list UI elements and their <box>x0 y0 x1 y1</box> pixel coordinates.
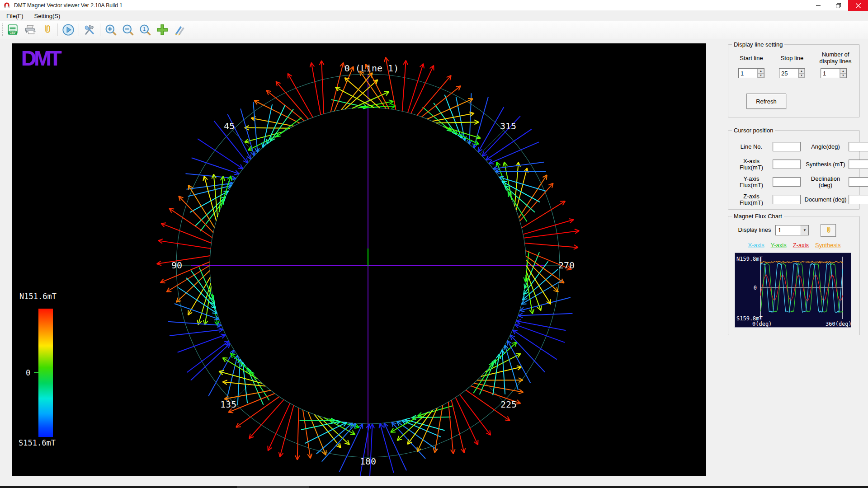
flux-vector-head <box>166 291 171 292</box>
legend-z-axis-link[interactable]: Z-axis <box>793 242 809 249</box>
refresh-button[interactable]: Refresh <box>746 94 786 109</box>
flux-vector <box>322 423 356 462</box>
legend-synthesis-link[interactable]: Synthesis <box>815 242 840 249</box>
flux-vector-head <box>519 162 520 167</box>
flux-vector <box>417 75 451 115</box>
menu-file[interactable]: File(F) <box>2 12 28 20</box>
close-button[interactable] <box>848 0 868 11</box>
declination-input[interactable] <box>849 177 868 187</box>
toolbar-separator <box>79 23 79 36</box>
restore-icon <box>836 3 841 8</box>
flux-vector <box>421 86 461 117</box>
x-axis-flux-input[interactable] <box>773 160 801 169</box>
flux-vector-head <box>288 74 288 79</box>
start-line-label: Start line <box>733 55 770 61</box>
edit-button[interactable] <box>171 22 188 38</box>
flux-vector-head <box>423 64 424 69</box>
legend-y-axis-link[interactable]: Y-axis <box>771 242 787 249</box>
flux-vector-head <box>468 99 473 99</box>
flux-vector <box>411 66 434 113</box>
print-button[interactable] <box>22 22 38 38</box>
z-axis-flux-label: Z-axis Flux(mT) <box>732 193 771 206</box>
flux-vector-head <box>228 412 233 413</box>
flux-vector-head <box>279 452 280 457</box>
spin-down-icon[interactable]: ▼ <box>798 73 805 78</box>
flux-vector-head <box>504 345 505 350</box>
angle-label-135: 135 <box>220 399 236 410</box>
tools-button[interactable] <box>81 22 98 38</box>
minimize-button[interactable] <box>808 0 828 11</box>
flux-vector <box>268 404 290 451</box>
document-label: Document (deg) <box>804 197 847 203</box>
flux-vector-head <box>405 418 410 419</box>
flux-vector-head <box>238 355 239 360</box>
close-icon <box>856 3 861 8</box>
y-axis-flux-input[interactable] <box>773 177 801 187</box>
flux-vector <box>520 297 571 310</box>
spin-down-icon[interactable]: ▼ <box>840 73 846 78</box>
flux-vector-head <box>524 277 525 282</box>
display-lines-count-spinner[interactable]: 1 ▲▼ <box>821 68 847 78</box>
toolbar-grip[interactable] <box>2 23 4 36</box>
zoom-original-button[interactable]: 1 <box>137 22 153 38</box>
printer-icon <box>24 24 36 36</box>
display-lines-select[interactable]: 1 ▼ <box>775 225 809 235</box>
flux-vector <box>192 158 239 174</box>
flux-vector <box>427 99 473 119</box>
start-line-value[interactable]: 1 <box>739 69 757 78</box>
zoom-out-icon <box>122 23 134 36</box>
display-lines-label: Display lines <box>736 226 774 233</box>
spin-up-icon[interactable]: ▲ <box>758 69 764 73</box>
flux-vector-head <box>188 310 189 315</box>
zoom-out-button[interactable] <box>120 22 136 38</box>
display-lines-count-value[interactable]: 1 <box>821 69 840 78</box>
group-title: Cursor position <box>732 127 775 134</box>
synthesis-input[interactable] <box>849 160 868 169</box>
restore-button[interactable] <box>828 0 848 11</box>
attach-button[interactable] <box>39 22 55 38</box>
flux-vector <box>160 262 210 282</box>
flux-vector-head <box>527 168 528 173</box>
flux-vector-head <box>222 380 227 382</box>
stop-line-spinner[interactable]: 25 ▲▼ <box>779 68 805 78</box>
flux-vector <box>175 304 219 319</box>
x-axis-flux-label: X-axis Flux(mT) <box>732 158 771 171</box>
angle-label-315: 315 <box>500 121 516 131</box>
flux-vector <box>473 362 493 393</box>
flux-vector <box>408 64 423 113</box>
z-axis-flux-input[interactable] <box>773 195 801 204</box>
taskbar-edge <box>0 486 868 488</box>
add-button[interactable] <box>154 22 170 38</box>
flux-vector-head <box>499 176 504 177</box>
flux-vector <box>505 186 535 212</box>
menu-setting[interactable]: Setting(S) <box>30 12 65 20</box>
spin-up-icon[interactable]: ▲ <box>798 69 805 73</box>
flux-vector-head <box>503 162 504 167</box>
flux-vector <box>300 420 335 421</box>
csv-export-button[interactable]: CSV <box>5 22 21 38</box>
flux-vector-head <box>354 427 359 428</box>
line-no-input[interactable] <box>773 142 801 151</box>
stop-line-value[interactable]: 25 <box>779 69 798 78</box>
angle-input[interactable] <box>849 142 868 151</box>
spin-up-icon[interactable]: ▲ <box>840 69 846 73</box>
flux-chart-attach-button[interactable] <box>821 224 836 237</box>
flux-vector-head <box>521 304 526 305</box>
legend-x-axis-link[interactable]: X-axis <box>748 242 764 249</box>
play-button[interactable] <box>60 22 76 38</box>
start-line-spinner[interactable]: 1 ▲▼ <box>738 68 764 78</box>
flux-vector-head <box>161 223 166 223</box>
dropdown-arrow-icon[interactable]: ▼ <box>801 225 808 235</box>
spin-down-icon[interactable]: ▼ <box>758 73 764 78</box>
flux-vector-head <box>541 305 541 310</box>
flux-vector <box>456 398 478 445</box>
stop-line-label: Stop line <box>774 55 811 61</box>
angle-label-0: 0 (Line 1) <box>344 63 399 74</box>
flux-vector-head <box>219 371 224 371</box>
group-title: Display line setting <box>732 41 784 48</box>
document-input[interactable] <box>849 195 868 204</box>
paperclip-icon <box>824 226 832 235</box>
flux-vector <box>251 118 293 126</box>
flux-vector <box>448 402 453 454</box>
zoom-in-button[interactable] <box>103 22 119 38</box>
